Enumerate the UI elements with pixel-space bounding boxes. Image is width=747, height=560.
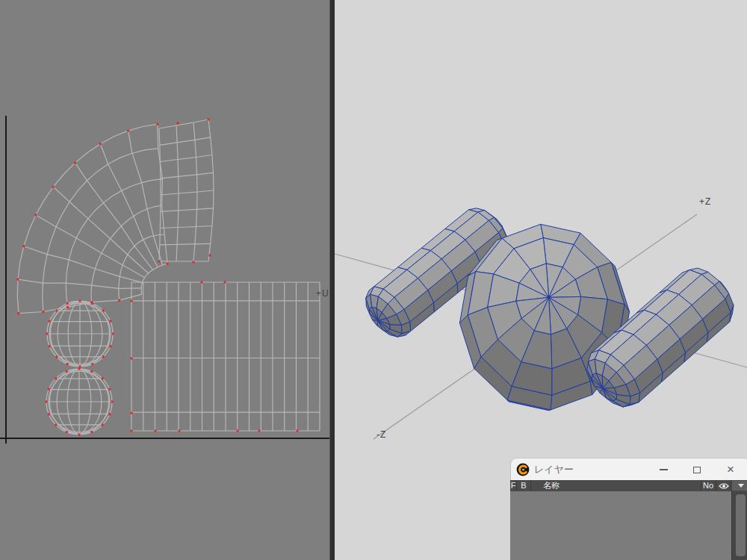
layer-table: F B 名称 No bbox=[510, 480, 747, 560]
app-icon bbox=[516, 463, 530, 476]
axis-label-neg-z: -Z bbox=[376, 429, 386, 440]
axis-label-pos-z: +Z bbox=[699, 196, 711, 207]
minimize-button[interactable] bbox=[657, 464, 669, 476]
layer-window-titlebar[interactable]: レイヤー × bbox=[510, 458, 747, 480]
uv-mesh-canvas[interactable] bbox=[0, 0, 329, 560]
uv-axis-label-u: +U bbox=[316, 288, 329, 299]
column-header-name[interactable]: 名称 bbox=[531, 480, 701, 491]
close-icon: × bbox=[727, 464, 734, 475]
column-header-back[interactable]: B bbox=[517, 480, 531, 491]
layer-window-title: レイヤー bbox=[534, 463, 574, 476]
layer-options-button[interactable] bbox=[732, 481, 747, 491]
maximize-button[interactable] bbox=[691, 464, 703, 476]
chevron-down-icon bbox=[738, 484, 744, 488]
column-header-visibility[interactable] bbox=[716, 480, 731, 491]
layer-scrollbar[interactable] bbox=[731, 491, 747, 560]
eye-icon bbox=[719, 482, 729, 490]
uv-editor-panel[interactable]: +U bbox=[0, 0, 329, 560]
column-header-front[interactable]: F bbox=[510, 480, 517, 491]
layer-table-header: F B 名称 No bbox=[510, 480, 747, 491]
header-options-cell bbox=[731, 480, 747, 491]
maximize-icon bbox=[693, 467, 701, 473]
panel-divider[interactable] bbox=[329, 0, 335, 560]
close-button[interactable]: × bbox=[725, 464, 737, 476]
layer-window: レイヤー × F B 名称 No bbox=[510, 458, 747, 560]
minimize-icon bbox=[660, 469, 668, 470]
column-header-number[interactable]: No bbox=[701, 480, 716, 491]
scrollbar-thumb[interactable] bbox=[736, 494, 746, 556]
